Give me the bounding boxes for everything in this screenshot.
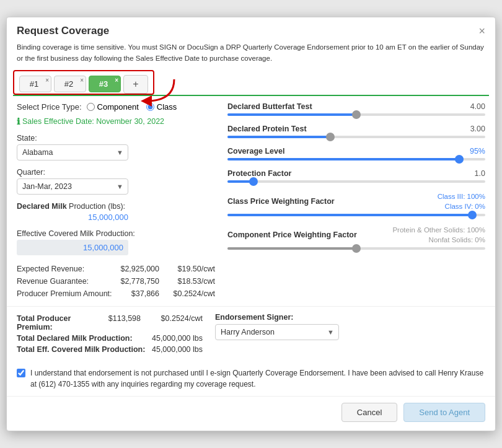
class-iii-value: Class III: 100%: [438, 191, 485, 201]
modal-header: Request Coverage ×: [7, 17, 495, 42]
totals-panel: Total Producer Premium: $113,598 $0.2524…: [17, 313, 203, 355]
modal-close-button[interactable]: ×: [478, 25, 485, 37]
tab-3-close[interactable]: ×: [115, 77, 118, 84]
expected-revenue-label: Expected Revenue:: [17, 265, 84, 273]
sales-date-text: Sales Effective Date: November 30, 2022: [22, 117, 164, 126]
quarter-field: Quarter: Jan-Mar, 2023 ▼: [17, 168, 215, 195]
component-price-weighting-header: Component Price Weighting Factor Protein…: [227, 225, 485, 245]
protection-factor-track[interactable]: [227, 180, 485, 183]
class-price-weighting-label: Class Price Weighting Factor: [227, 197, 335, 206]
total-producer-premium-row: Total Producer Premium: $113,598 $0.2524…: [17, 313, 203, 333]
declared-protein-thumb[interactable]: [326, 133, 335, 141]
state-select[interactable]: Alabama: [17, 144, 128, 160]
left-panel: Select Price Type: Component Class ℹ Sal…: [17, 102, 215, 300]
declared-protein-header: Declared Protein Test 3.00: [227, 125, 485, 133]
coverage-level-label: Coverage Level: [227, 147, 284, 156]
component-price-weighting-track[interactable]: [227, 247, 485, 250]
class-iv-value: Class IV: 0%: [438, 201, 485, 211]
checkbox-section: I understand that endorsement is not pur…: [7, 361, 495, 396]
tab-2-close[interactable]: ×: [80, 77, 84, 84]
declared-protein-track[interactable]: [227, 136, 485, 138]
protein-solids-value: Protein & Other Solids: 100%: [392, 225, 485, 235]
expected-revenue-row: Expected Revenue: $2,925,000 $19.50/cwt: [17, 263, 215, 275]
tab-2[interactable]: #2 ×: [54, 76, 86, 92]
price-type-component-radio[interactable]: [87, 103, 95, 111]
total-declared-milk-values: 45,000,000 lbs: [152, 334, 203, 343]
declared-butterfat-fill: [227, 113, 356, 116]
revenue-guarantee-val1: $2,778,750: [116, 277, 159, 286]
modal-title: Request Coverage: [17, 25, 109, 37]
protection-factor-group: Protection Factor 1.0: [227, 169, 485, 183]
total-eff-covered-row: Total Eff. Covered Milk Production: 45,0…: [17, 344, 203, 355]
declared-butterfat-label: Declared Butterfat Test: [227, 102, 312, 111]
price-type-class-label: Class: [157, 102, 177, 112]
expected-revenue-val1: $2,925,000: [116, 265, 159, 273]
checkbox-text: I understand that endorsement is not pur…: [30, 367, 485, 390]
total-eff-covered-label: Total Eff. Covered Milk Production:: [17, 345, 145, 354]
total-declared-milk-row: Total Declared Milk Production: 45,000,0…: [17, 333, 203, 344]
class-price-weighting-track[interactable]: [227, 214, 485, 216]
effective-covered-label: Effective Covered Milk Production:: [17, 229, 215, 238]
protection-factor-header: Protection Factor 1.0: [227, 169, 485, 178]
summary-table: Expected Revenue: $2,925,000 $19.50/cwt …: [17, 263, 215, 300]
declared-butterfat-thumb[interactable]: [352, 110, 361, 119]
price-type-class-radio[interactable]: [146, 103, 154, 111]
revenue-guarantee-label: Revenue Guarantee:: [17, 277, 89, 286]
declared-protein-group: Declared Protein Test 3.00: [227, 125, 485, 138]
declared-protein-fill: [227, 136, 330, 138]
request-coverage-modal: Request Coverage × Binding coverage is t…: [6, 17, 496, 431]
quarter-select[interactable]: Jan-Mar, 2023: [17, 178, 128, 195]
declared-butterfat-value: 4.00: [470, 102, 485, 111]
tab-1[interactable]: #1 ×: [19, 76, 51, 92]
tab-1-label: #1: [30, 79, 38, 89]
component-price-weighting-thumb[interactable]: [352, 244, 361, 253]
signer-select[interactable]: Harry Anderson: [215, 324, 339, 340]
producer-premium-val2: $0.2524/cwt: [172, 289, 215, 298]
declared-protein-label: Declared Protein Test: [227, 125, 307, 133]
tab-3[interactable]: #3 ×: [89, 76, 121, 92]
price-type-component[interactable]: Component: [87, 102, 139, 112]
producer-premium-row: Producer Premium Amount: $37,866 $0.2524…: [17, 288, 215, 300]
add-tab-button[interactable]: +: [123, 75, 148, 94]
nonfat-solids-value: Nonfat Solids: 0%: [392, 235, 485, 245]
coverage-level-track[interactable]: [227, 158, 485, 160]
price-type-label: Select Price Type:: [17, 102, 82, 112]
send-to-agent-button[interactable]: Send to Agent: [403, 403, 485, 422]
class-price-weighting-thumb[interactable]: [468, 211, 477, 219]
info-icon: ℹ: [17, 116, 20, 126]
state-field: State: Alabama ▼: [17, 134, 215, 160]
total-declared-milk-label: Total Declared Milk Production:: [17, 334, 133, 343]
quarter-select-wrapper: Jan-Mar, 2023 ▼: [17, 178, 128, 195]
understanding-checkbox[interactable]: [17, 369, 25, 377]
protection-factor-value: 1.0: [475, 169, 485, 178]
coverage-level-fill: [227, 158, 459, 160]
total-eff-covered-values: 45,000,000 lbs: [152, 345, 203, 354]
effective-covered-field: Effective Covered Milk Production: 15,00…: [17, 229, 215, 255]
tab-3-label: #3: [99, 79, 108, 89]
cancel-button[interactable]: Cancel: [341, 403, 397, 422]
declared-milk-value: 15,000,000: [17, 213, 128, 222]
modal-footer: Cancel Send to Agent: [7, 396, 495, 431]
class-price-weighting-values: Class III: 100% Class IV: 0%: [438, 191, 485, 211]
coverage-level-header: Coverage Level 95%: [227, 147, 485, 156]
main-content: Select Price Type: Component Class ℹ Sal…: [7, 96, 495, 306]
signer-select-wrapper: Harry Anderson ▼: [215, 324, 339, 340]
total-producer-premium-val1: $113,598: [91, 314, 141, 332]
revenue-guarantee-row: Revenue Guarantee: $2,778,750 $18.53/cwt: [17, 275, 215, 288]
tab-1-close[interactable]: ×: [45, 77, 49, 84]
producer-premium-label: Producer Premium Amount:: [17, 289, 112, 298]
expected-revenue-values: $2,925,000 $19.50/cwt: [116, 265, 215, 273]
class-price-weighting-header: Class Price Weighting Factor Class III: …: [227, 191, 485, 211]
declared-butterfat-group: Declared Butterfat Test 4.00: [227, 102, 485, 116]
declared-butterfat-track[interactable]: [227, 113, 485, 116]
declared-milk-field: Declared Milk Production (lbs): 15,000,0…: [17, 202, 215, 222]
declared-butterfat-header: Declared Butterfat Test 4.00: [227, 102, 485, 111]
price-type-class[interactable]: Class: [146, 102, 177, 112]
protection-factor-label: Protection Factor: [227, 169, 292, 178]
protection-factor-thumb[interactable]: [249, 177, 258, 186]
coverage-level-group: Coverage Level 95%: [227, 147, 485, 160]
revenue-guarantee-val2: $18.53/cwt: [172, 277, 215, 286]
coverage-level-thumb[interactable]: [455, 155, 464, 164]
component-price-weighting-label: Component Price Weighting Factor: [227, 231, 357, 239]
quarter-label: Quarter:: [17, 168, 215, 177]
